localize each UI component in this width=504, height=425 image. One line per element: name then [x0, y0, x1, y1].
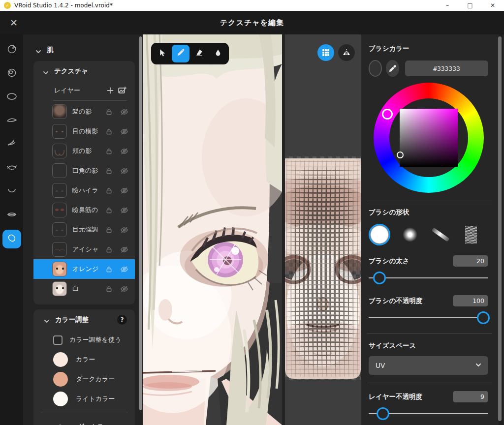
- eye-off-icon[interactable]: [119, 284, 129, 294]
- rail-item-lips[interactable]: [2, 206, 21, 225]
- lock-icon[interactable]: [104, 264, 114, 274]
- brush-size-slider-thumb[interactable]: [373, 272, 386, 284]
- swatch-label: カラー: [76, 355, 95, 364]
- pencil-icon: [176, 48, 185, 59]
- saturation-value-square[interactable]: [400, 109, 458, 167]
- brush-shape-hard-round[interactable]: [369, 224, 390, 245]
- layer-row[interactable]: 目の横影: [33, 121, 135, 141]
- minimize-button[interactable]: –: [436, 0, 459, 11]
- right-panel-scrollbar-thumb[interactable]: [498, 36, 502, 421]
- layer-opacity-slider-thumb[interactable]: [377, 407, 389, 420]
- layer-row[interactable]: 口角の影: [33, 161, 135, 181]
- brush-shape-stroke[interactable]: [430, 224, 451, 245]
- layer-row[interactable]: 頬の影: [33, 141, 135, 161]
- rail-item-iris[interactable]: [2, 41, 21, 60]
- mouth-curve-icon: [6, 185, 18, 199]
- rail-item-skin[interactable]: [2, 230, 21, 248]
- texture-group: テクスチャ レイヤー 髪の影目の横影頬の影口角の影瞼ハイライト瞼鼻筋の影目元強調…: [33, 61, 135, 304]
- color-swatch-row[interactable]: カラー: [33, 350, 135, 369]
- eye-off-icon[interactable]: [119, 244, 129, 254]
- eye-off-icon[interactable]: [119, 126, 129, 136]
- brush-size-value[interactable]: 20: [453, 255, 488, 267]
- add-layer-button[interactable]: [104, 85, 116, 96]
- color-swatch-row[interactable]: ライトカラー: [33, 389, 135, 409]
- eye-off-icon[interactable]: [119, 166, 129, 176]
- help-icon[interactable]: ?: [117, 315, 127, 325]
- lock-icon[interactable]: [104, 126, 114, 136]
- rail-item-eye[interactable]: [2, 64, 21, 83]
- eyedropper-icon[interactable]: [386, 60, 399, 77]
- use-color-adjust-row[interactable]: カラー調整を使う: [33, 330, 135, 350]
- size-space-select[interactable]: UV: [369, 356, 488, 375]
- rail-item-eyelash[interactable]: [2, 135, 21, 154]
- brush-shape-soft-round[interactable]: [399, 224, 421, 245]
- uv-texture-pane[interactable]: [285, 34, 361, 425]
- eye-off-icon[interactable]: [119, 225, 129, 235]
- stroke-brush-icon: [431, 227, 449, 242]
- model-face-render: [143, 34, 282, 425]
- lock-icon[interactable]: [104, 185, 114, 195]
- layer-opacity-value[interactable]: 9: [453, 391, 488, 402]
- lock-icon[interactable]: [104, 205, 114, 215]
- lock-icon[interactable]: [104, 146, 114, 156]
- color-swatch[interactable]: [53, 392, 68, 406]
- hue-cursor[interactable]: [382, 109, 393, 120]
- brush-shape-texture[interactable]: [460, 224, 482, 245]
- brush-opacity-slider[interactable]: [369, 310, 488, 325]
- color-swatch[interactable]: [53, 352, 68, 367]
- select-tool-button[interactable]: [153, 45, 171, 62]
- close-editor-button[interactable]: ✕: [7, 16, 21, 30]
- texture-group-header[interactable]: テクスチャ: [33, 61, 135, 82]
- layer-opacity-slider[interactable]: [369, 406, 488, 421]
- lock-icon[interactable]: [104, 166, 114, 176]
- color-swatch[interactable]: [53, 372, 68, 387]
- rail-item-eyeline[interactable]: [2, 159, 21, 178]
- layer-row[interactable]: 髪の影: [33, 102, 135, 121]
- layer-row[interactable]: 瞼ハイライト: [33, 181, 135, 200]
- color-wheel[interactable]: [374, 83, 484, 193]
- rail-item-eyelid[interactable]: [2, 112, 21, 130]
- eye-off-icon[interactable]: [119, 205, 129, 215]
- import-image-layer-button[interactable]: [116, 85, 128, 96]
- rail-item-mouth-curve[interactable]: [2, 182, 21, 201]
- maximize-button[interactable]: □: [459, 0, 481, 11]
- lock-icon[interactable]: [104, 225, 114, 235]
- brush-opacity-slider-thumb[interactable]: [477, 311, 490, 324]
- toggle-mirror-button[interactable]: [338, 44, 355, 61]
- lock-icon[interactable]: [104, 244, 114, 254]
- layer-row[interactable]: 瞼鼻筋の影: [33, 200, 135, 220]
- hex-color-input[interactable]: [405, 61, 488, 76]
- swatch-label: ライトカラー: [76, 395, 115, 403]
- lock-icon[interactable]: [104, 284, 114, 294]
- eye-off-icon[interactable]: [119, 146, 129, 156]
- right-panel-scrollbar[interactable]: [499, 34, 503, 425]
- use-color-adjust-checkbox[interactable]: [53, 335, 63, 345]
- eye-off-icon[interactable]: [119, 185, 129, 195]
- layer-row[interactable]: アイシャドー: [33, 240, 135, 259]
- color-adjust-header[interactable]: カラー調整 ?: [33, 309, 135, 330]
- brush-size-slider[interactable]: [369, 271, 488, 285]
- brush-opacity-value[interactable]: 100: [453, 295, 488, 306]
- shader-color-row[interactable]: シェーダーカラー: [33, 417, 135, 425]
- layer-row[interactable]: 白: [33, 279, 135, 299]
- model-3d-viewport[interactable]: [143, 34, 282, 425]
- close-window-button[interactable]: ✕: [481, 0, 504, 11]
- current-color-swatch[interactable]: [369, 60, 382, 77]
- left-panel-scrollbar[interactable]: [139, 36, 142, 410]
- toggle-grid-button[interactable]: [317, 44, 334, 61]
- eye-off-icon[interactable]: [119, 264, 129, 274]
- category-skin[interactable]: 肌: [23, 40, 143, 60]
- layer-row[interactable]: 目元強調: [33, 220, 135, 240]
- eyeline-icon: [6, 161, 18, 175]
- rail-item-eye-white[interactable]: [2, 88, 21, 107]
- color-swatch-row[interactable]: ダークカラー: [33, 369, 135, 389]
- layer-row[interactable]: オレンジ: [33, 259, 135, 279]
- eraser-tool-button[interactable]: [190, 45, 208, 62]
- layer-name: 瞼鼻筋の影: [72, 206, 98, 214]
- color-adjust-group: カラー調整 ? カラー調整を使う カラーダークカラーライトカラー シェーダーカラ…: [33, 309, 135, 425]
- sv-cursor[interactable]: [397, 152, 404, 158]
- brush-tool-button[interactable]: [172, 45, 189, 62]
- eye-off-icon[interactable]: [119, 107, 129, 117]
- blur-tool-button[interactable]: [209, 45, 227, 62]
- lock-icon[interactable]: [104, 107, 114, 117]
